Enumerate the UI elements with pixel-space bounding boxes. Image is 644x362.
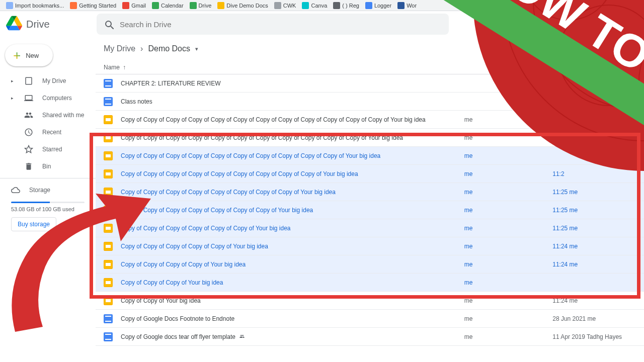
buy-storage-button[interactable]: Buy storage [11,217,56,231]
search-input[interactable] [120,20,442,29]
file-owner: me [464,243,553,250]
bookmark-favicon [70,2,77,9]
list-header: Name ↑ Owner Last modified [96,60,644,74]
column-name[interactable]: Name ↑ [104,64,466,71]
bookmark-item[interactable]: CWK [271,2,299,9]
file-modified: 28 Jun 2021 me [552,315,636,322]
bookmark-favicon [6,2,13,9]
slides-icon [104,242,113,251]
file-row[interactable]: Copy of Copy of Copy of Copy of Copy of … [96,147,644,165]
search-bar[interactable] [97,14,449,35]
file-owner: me [464,297,553,304]
file-name: Copy of Copy of Copy of Copy of Copy of … [121,243,464,250]
file-row[interactable]: Copy of Google Docs Footnote to Endnote … [96,310,644,328]
storage-used-text: 53.08 GB of 100 GB used [0,206,96,212]
bookmark-favicon [274,2,281,9]
sidebar-item-star[interactable]: Starred [0,141,96,158]
sidebar-storage[interactable]: Storage [0,182,96,199]
file-name: Copy of Copy of Copy of Copy of Copy of … [121,116,464,123]
sidebar-item-computers[interactable]: ▸Computers [0,89,96,107]
bookmark-favicon [217,2,224,9]
bookmark-favicon [122,2,129,9]
breadcrumb-parent[interactable]: My Drive [104,44,135,53]
file-row[interactable]: Class notes [96,93,644,111]
computers-icon [24,94,33,103]
file-name: Copy of Google docs tear off flyer templ… [121,333,464,340]
file-modified: 11:24 me [552,261,636,268]
content: My Drive › Demo Docs ▾ Name ↑ Owner Last… [96,37,644,362]
file-name: Copy of Copy of Copy of Copy of Your big… [121,261,464,268]
file-name: Copy of Copy of Copy of Copy of Copy of … [121,170,464,177]
new-button[interactable]: + New [5,44,53,66]
file-row[interactable]: Copy of Copy of Copy of Copy of Your big… [96,255,644,274]
file-row[interactable]: Copy of Copy of Copy of Copy of Copy of … [96,237,644,255]
breadcrumb: My Drive › Demo Docs ▾ [96,37,644,60]
bookmark-item[interactable]: Import bookmarks... [3,2,67,9]
app-header: Drive [0,11,644,37]
bookmark-item[interactable]: Logger [362,2,394,9]
file-owner: me [464,170,553,177]
file-row[interactable]: Copy of Copy of Copy of Copy of Copy of … [96,219,644,237]
file-row[interactable]: Copy of Copy of Your big idea me 11:24 m… [96,292,644,310]
bookmark-item[interactable]: Canva [299,2,330,9]
drive-icon [6,15,22,33]
sidebar-item-recent[interactable]: Recent [0,124,96,141]
sidebar-item-bin[interactable]: Bin [0,158,96,175]
slides-icon [104,188,113,197]
file-row[interactable]: Copy of Copy of Copy of Copy of Copy of … [96,165,644,183]
app-name: Drive [26,19,50,30]
bookmark-item[interactable]: Dive Demo Docs [214,2,271,9]
file-row[interactable]: Copy of Google docs tear off flyer templ… [96,328,644,346]
breadcrumb-current[interactable]: Demo Docs [148,44,190,53]
bookmark-item[interactable]: Drive [187,2,215,9]
docs-icon [104,332,113,341]
sidebar-item-drive[interactable]: ▸My Drive [0,72,96,89]
file-owner: me [464,152,553,159]
slides-icon [104,151,113,160]
bookmark-item[interactable]: Getting Started [67,2,119,9]
file-owner: me [464,279,553,286]
file-row[interactable]: Copy of Copy of Copy of Copy of Copy of … [96,201,644,219]
file-modified: 11:2 [552,170,636,177]
bookmark-favicon [365,2,372,9]
recent-icon [24,128,33,137]
cloud-icon [11,186,20,195]
slides-icon [104,278,113,287]
bookmark-item[interactable]: Calendar [149,2,187,9]
file-owner: me [464,134,553,141]
file-row[interactable]: Copy of Copy of Copy of Copy of Copy of … [96,183,644,201]
file-row[interactable]: Copy of Copy of Copy of Copy of Copy of … [96,129,644,147]
bookmark-item[interactable]: Gmail [119,2,149,9]
file-owner: me [464,315,553,322]
bookmark-favicon [190,2,197,9]
file-name: Copy of Copy of Copy of Copy of Copy of … [121,225,464,232]
bin-icon [24,162,33,171]
slides-icon [104,115,113,124]
file-modified: 11:25 me [552,189,636,196]
drive-logo[interactable]: Drive [6,15,92,33]
file-modified: 11:25 me [552,207,636,214]
bookmark-favicon [152,2,159,9]
docs-icon [104,79,113,88]
file-row[interactable]: Copy of Copy of Copy of Copy of Copy of … [96,111,644,129]
bookmark-favicon [333,2,340,9]
sidebar-item-shared[interactable]: Shared with me [0,107,96,124]
chevron-down-icon[interactable]: ▾ [195,46,198,52]
file-row[interactable]: CHAPTER 2: LITERATURE REVIEW [96,74,644,93]
docs-icon [104,314,113,323]
bookmark-item[interactable]: Wor [394,2,420,9]
file-owner: me [464,225,553,232]
file-name: Copy of Copy of Your big idea [121,297,464,304]
slides-icon [104,260,113,269]
file-modified: 11:25 me [552,225,636,232]
docs-icon [104,97,113,106]
slides-icon [104,133,113,142]
storage-label: Storage [29,187,50,194]
bookmark-item[interactable]: ( ) Reg [330,2,362,9]
new-label: New [26,52,39,59]
file-row[interactable]: Copy of Copy of Copy of Your big idea me [96,274,644,292]
bookmarks-bar: Import bookmarks...Getting StartedGmailC… [0,0,644,11]
sort-arrow-icon: ↑ [123,64,126,71]
file-modified: 11:24 me [552,297,636,304]
shared-icon [24,111,33,120]
